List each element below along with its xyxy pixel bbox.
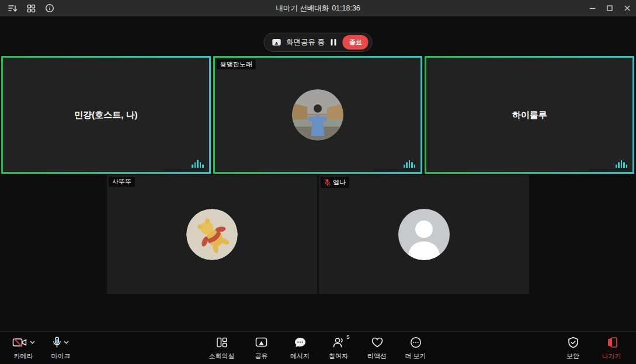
audio-level-icon [192, 160, 204, 168]
speaking-border: 민걍(호스트, 나) [1, 56, 211, 174]
more-label: 더 보기 [405, 352, 426, 360]
window-controls [583, 0, 636, 16]
minimize-button[interactable] [583, 0, 601, 16]
sort-order-icon-button[interactable] [6, 2, 19, 15]
toolbar-left-group: 카메라 마이크 [0, 333, 74, 363]
close-icon [624, 5, 630, 11]
security-button[interactable]: 보안 [560, 333, 586, 363]
titlebar-left-icons [0, 2, 56, 15]
meeting-title: 내마기 선배대화 01:18:36 [0, 0, 636, 16]
camera-button[interactable]: 카메라 [11, 333, 36, 363]
message-icon [294, 337, 306, 348]
mic-button[interactable]: 마이크 [48, 333, 74, 363]
leave-icon [606, 337, 617, 348]
minimize-icon [589, 5, 596, 12]
pause-share-button[interactable] [330, 38, 338, 47]
mic-icon [53, 337, 61, 348]
screen-share-icon [272, 38, 281, 47]
participants-label: 참여자 [329, 352, 348, 360]
camera-label: 카메라 [14, 352, 33, 360]
avatar [186, 209, 238, 260]
more-button[interactable]: 더 보기 [403, 333, 429, 363]
participant-name-label: 엘나 [321, 177, 349, 188]
video-tile-host[interactable]: 민걍(호스트, 나) [3, 58, 209, 172]
video-stage: 화면공유 중 종료 민걍(호스트, 나) 용맹한노래 [0, 16, 636, 331]
breakout-rooms-label: 소회의실 [209, 352, 235, 360]
message-label: 메시지 [290, 352, 310, 360]
leave-button[interactable]: 나가기 [599, 333, 624, 363]
participant-name-label: 사뚜뚜 [109, 177, 135, 187]
gallery-view-icon [27, 4, 36, 13]
titlebar: 내마기 선배대화 01:18:36 [0, 0, 636, 16]
security-label: 보안 [567, 352, 579, 360]
chevron-down-icon[interactable] [64, 341, 69, 344]
default-avatar [398, 209, 450, 260]
stop-share-button[interactable]: 종료 [343, 35, 369, 50]
more-icon [410, 337, 422, 348]
participants-icon [332, 337, 345, 348]
pause-icon [331, 39, 333, 46]
avatar [292, 89, 343, 141]
video-tile-hailulu[interactable]: 하이룰루 [426, 58, 632, 172]
heart-icon [371, 337, 383, 348]
audio-level-icon [404, 160, 416, 168]
video-tile-elna[interactable]: 엘나 [319, 175, 529, 294]
participant-name: 민걍(호스트, 나) [74, 110, 137, 121]
participant-name: 하이룰루 [512, 110, 547, 121]
gallery-view-icon-button[interactable] [25, 2, 37, 15]
video-grid-row-2: 사뚜뚜 [107, 175, 529, 294]
share-button[interactable]: 공유 [249, 333, 274, 363]
meeting-elapsed-time: 01:18:36 [332, 4, 360, 12]
video-tile-yongmaeng[interactable]: 용맹한노래 [215, 58, 421, 172]
participant-name: 사뚜뚜 [112, 178, 131, 185]
sort-order-icon [8, 4, 18, 13]
speaking-border: 하이룰루 [425, 56, 634, 174]
participant-name: 엘나 [333, 179, 346, 186]
audio-level-icon [616, 160, 628, 168]
mic-off-icon [324, 178, 331, 186]
info-icon-button[interactable] [43, 2, 56, 15]
mic-label: 마이크 [51, 352, 71, 360]
participants-button[interactable]: 5 참여자 [326, 333, 352, 363]
toolbar-right-group: 보안 나가기 [560, 333, 636, 363]
video-tile-sattuttu[interactable]: 사뚜뚜 [107, 175, 317, 294]
screen-share-banner: 화면공유 중 종료 [263, 33, 373, 52]
participants-count-badge: 5 [346, 334, 349, 340]
share-status-text: 화면공유 중 [286, 37, 325, 47]
meeting-name: 내마기 선배대화 [276, 4, 329, 13]
shield-check-icon [568, 337, 579, 348]
chevron-down-icon[interactable] [30, 341, 35, 344]
participant-name-label: 용맹한노래 [217, 60, 256, 69]
info-icon [45, 4, 54, 13]
participant-name: 용맹한노래 [220, 61, 252, 68]
photo-avatar-pooh-bear [186, 209, 238, 260]
reactions-button[interactable]: 리액션 [364, 333, 390, 363]
reactions-label: 리액션 [367, 352, 387, 360]
maximize-icon [607, 5, 613, 11]
share-screen-icon [255, 337, 267, 348]
meeting-window: 내마기 선배대화 01:18:36 화면공유 중 [0, 0, 636, 364]
photo-avatar-canal-scene [292, 89, 343, 141]
maximize-button[interactable] [601, 0, 618, 16]
speaking-border: 용맹한노래 [213, 56, 423, 174]
share-label: 공유 [255, 352, 268, 360]
meeting-toolbar: 카메라 마이크 [0, 331, 636, 364]
person-silhouette-icon [398, 209, 450, 260]
breakout-rooms-button[interactable]: 소회의실 [208, 333, 236, 363]
toolbar-center-group: 소회의실 공유 메시지 [208, 333, 429, 363]
message-button[interactable]: 메시지 [287, 333, 313, 363]
close-button[interactable] [618, 0, 636, 16]
video-grid-row-1: 민걍(호스트, 나) 용맹한노래 [1, 56, 634, 174]
camera-off-icon [12, 337, 27, 348]
breakout-rooms-icon [216, 337, 228, 348]
leave-label: 나가기 [602, 352, 621, 360]
